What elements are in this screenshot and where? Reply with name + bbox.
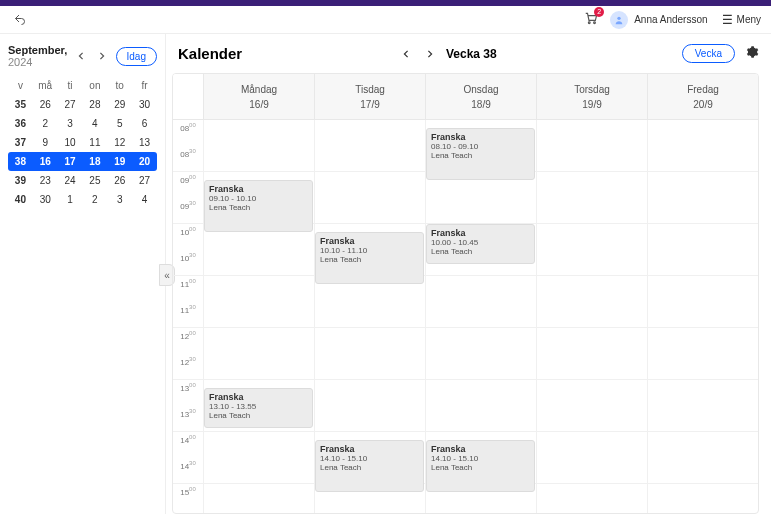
time-slot[interactable] [647,302,758,327]
mini-cal-day[interactable]: 24 [58,171,83,190]
time-slot[interactable] [647,172,758,198]
calendar-event[interactable]: Franska10.00 - 10.45Lena Teach [426,224,535,264]
time-slot[interactable] [203,432,314,458]
time-slot[interactable] [647,276,758,302]
mini-cal-day[interactable]: 30 [132,95,157,114]
time-slot[interactable] [647,432,758,458]
time-slot[interactable] [536,510,647,513]
time-slot[interactable] [203,354,314,379]
time-slot[interactable] [536,354,647,379]
time-slot[interactable] [425,198,536,223]
mini-cal-week[interactable]: 38 [8,152,33,171]
time-slot[interactable] [536,276,647,302]
mini-cal-day[interactable]: 23 [33,171,58,190]
time-slot[interactable] [425,276,536,302]
mini-cal-week[interactable]: 40 [8,190,33,209]
time-slot[interactable] [203,250,314,275]
back-button[interactable] [10,10,30,30]
time-slot[interactable] [425,328,536,354]
mini-cal-week[interactable]: 37 [8,133,33,152]
time-slot[interactable] [314,380,425,406]
mini-cal-day[interactable]: 30 [33,190,58,209]
mini-cal-day[interactable]: 3 [107,190,132,209]
settings-button[interactable] [745,45,759,62]
time-slot[interactable] [536,250,647,275]
prev-month-button[interactable] [73,48,88,64]
mini-cal-day[interactable]: 11 [82,133,107,152]
calendar-event[interactable]: Franska08.10 - 09.10Lena Teach [426,128,535,180]
time-slot[interactable] [203,328,314,354]
time-slot[interactable] [536,458,647,483]
time-slot[interactable] [647,510,758,513]
calendar-scroll[interactable]: 0800083009000930100010301100113012001230… [173,120,758,513]
mini-cal-week[interactable]: 39 [8,171,33,190]
time-slot[interactable] [314,120,425,146]
time-slot[interactable] [203,484,314,510]
calendar-event[interactable]: Franska10.10 - 11.10Lena Teach [315,232,424,284]
time-slot[interactable] [647,328,758,354]
mini-cal-day[interactable]: 3 [58,114,83,133]
time-slot[interactable] [536,198,647,223]
mini-cal-day[interactable]: 18 [82,152,107,171]
mini-cal-day[interactable]: 9 [33,133,58,152]
calendar-event[interactable]: Franska14.10 - 15.10Lena Teach [426,440,535,492]
time-slot[interactable] [647,380,758,406]
mini-cal-day[interactable]: 13 [132,133,157,152]
time-slot[interactable] [203,302,314,327]
calendar-event[interactable]: Franska13.10 - 13.55Lena Teach [204,388,313,428]
mini-cal-day[interactable]: 6 [132,114,157,133]
time-slot[interactable] [536,302,647,327]
time-slot[interactable] [314,302,425,327]
time-slot[interactable] [314,172,425,198]
mini-cal-day[interactable]: 25 [82,171,107,190]
menu-button[interactable]: ☰ Meny [722,13,761,27]
time-slot[interactable] [314,354,425,379]
view-mode-button[interactable]: Vecka [682,44,735,63]
time-slot[interactable] [314,198,425,223]
time-slot[interactable] [314,510,425,513]
notifications-button[interactable]: 2 [584,11,598,29]
mini-cal-week[interactable]: 36 [8,114,33,133]
time-slot[interactable] [536,380,647,406]
time-slot[interactable] [536,432,647,458]
time-slot[interactable] [425,380,536,406]
time-slot[interactable] [203,510,314,513]
mini-cal-day[interactable]: 19 [107,152,132,171]
mini-cal-day[interactable]: 2 [82,190,107,209]
calendar-event[interactable]: Franska09.10 - 10.10Lena Teach [204,180,313,232]
time-slot[interactable] [536,120,647,146]
mini-cal-day[interactable]: 4 [132,190,157,209]
mini-cal-day[interactable]: 12 [107,133,132,152]
time-slot[interactable] [314,146,425,171]
time-slot[interactable] [647,198,758,223]
next-week-button[interactable] [422,46,438,62]
mini-cal-day[interactable]: 4 [82,114,107,133]
username-label[interactable]: Anna Andersson [634,14,707,25]
mini-cal-week[interactable]: 35 [8,95,33,114]
time-slot[interactable] [647,406,758,431]
prev-week-button[interactable] [398,46,414,62]
time-slot[interactable] [647,484,758,510]
time-slot[interactable] [647,224,758,250]
mini-cal-day[interactable]: 10 [58,133,83,152]
time-slot[interactable] [647,354,758,379]
mini-cal-day[interactable]: 28 [82,95,107,114]
mini-cal-day[interactable]: 17 [58,152,83,171]
next-month-button[interactable] [94,48,109,64]
mini-cal-day[interactable]: 26 [33,95,58,114]
time-slot[interactable] [536,146,647,171]
time-slot[interactable] [647,250,758,275]
time-slot[interactable] [203,120,314,146]
mini-cal-day[interactable]: 27 [132,171,157,190]
time-slot[interactable] [203,276,314,302]
time-slot[interactable] [425,302,536,327]
time-slot[interactable] [647,146,758,171]
time-slot[interactable] [314,328,425,354]
mini-cal-day[interactable]: 1 [58,190,83,209]
time-slot[interactable] [536,328,647,354]
time-slot[interactable] [536,224,647,250]
time-slot[interactable] [536,172,647,198]
time-slot[interactable] [314,406,425,431]
time-slot[interactable] [203,146,314,171]
time-slot[interactable] [536,484,647,510]
